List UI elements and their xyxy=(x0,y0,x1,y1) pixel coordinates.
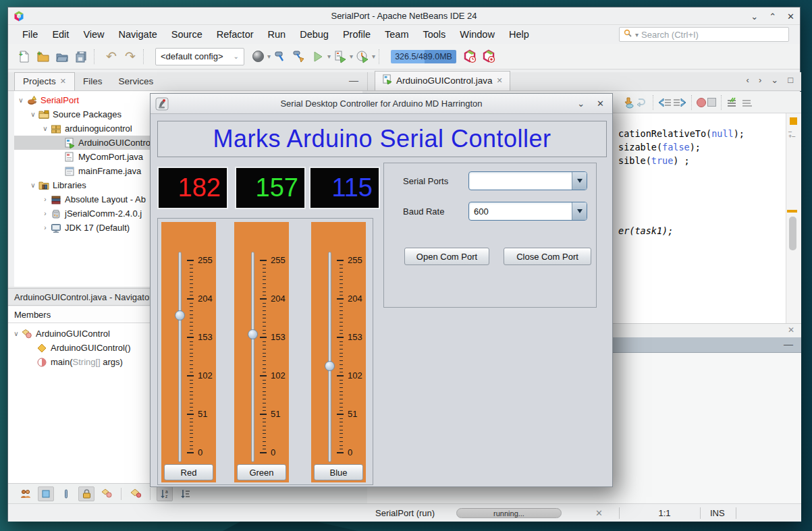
show-inherited-icon[interactable] xyxy=(18,486,34,501)
red-slider-thumb[interactable] xyxy=(175,310,185,320)
dropdown-button[interactable] xyxy=(572,202,587,220)
green-slider-thumb[interactable] xyxy=(248,329,258,339)
menu-edit[interactable]: Edit xyxy=(52,29,69,40)
debug-project-icon[interactable] xyxy=(331,47,350,66)
tab-services[interactable]: Services xyxy=(111,73,162,90)
open-project-icon[interactable] xyxy=(53,47,72,66)
menu-debug[interactable]: Debug xyxy=(300,29,329,40)
menu-tools[interactable]: Tools xyxy=(423,29,445,40)
dialog-shade-icon[interactable]: ⌄ xyxy=(577,99,585,109)
menu-navigate[interactable]: Navigate xyxy=(119,29,157,40)
show-typed-icon[interactable] xyxy=(58,486,74,501)
back-icon[interactable] xyxy=(636,93,648,112)
run-project-icon[interactable] xyxy=(308,47,327,66)
menu-profile[interactable]: Profile xyxy=(343,29,371,40)
search-input[interactable] xyxy=(641,30,769,40)
new-project-icon[interactable]: + xyxy=(34,47,53,66)
green-slider-panel: 255204153102510 Green xyxy=(234,222,289,482)
window-shade-icon[interactable]: ⌄ xyxy=(751,11,758,22)
maximize-editor-icon[interactable]: □ xyxy=(788,75,793,85)
set-configuration-icon[interactable] xyxy=(248,47,267,66)
close-icon[interactable]: ✕ xyxy=(497,76,503,85)
undo-icon[interactable]: ↶ xyxy=(102,47,121,66)
dropdown-button[interactable] xyxy=(572,172,587,190)
config-select[interactable]: <default config> ⌄ xyxy=(155,48,244,65)
tab-projects[interactable]: Projects✕ xyxy=(14,72,75,90)
redo-icon[interactable]: ↷ xyxy=(121,47,140,66)
error-stripe[interactable]: ‒+‒ xyxy=(786,113,801,323)
close-com-port-button[interactable]: Close Com Port xyxy=(504,248,591,265)
scroll-tabs-right-icon[interactable]: › xyxy=(759,75,761,85)
menu-file[interactable]: File xyxy=(22,29,38,40)
chevron-down-icon[interactable]: ∨ xyxy=(11,330,21,337)
dialog-close-icon[interactable]: ✕ xyxy=(597,99,604,109)
green-button[interactable]: Green xyxy=(237,464,286,480)
dialog-titlebar[interactable]: Serial Desktop Controller for Arduino MD… xyxy=(151,94,612,114)
chevron-down-icon[interactable]: ▾ xyxy=(372,53,375,60)
show-non-public-icon[interactable] xyxy=(78,486,94,501)
quick-search[interactable]: ▾ xyxy=(619,27,789,42)
tab-arduinoguicontrol[interactable]: ArduinoGUIControl.java ✕ xyxy=(375,71,510,90)
window-close-icon[interactable]: ✕ xyxy=(787,11,794,22)
profile-project-icon[interactable] xyxy=(353,47,372,66)
blue-slider-thumb[interactable] xyxy=(325,361,335,371)
chevron-down-icon[interactable]: ∨ xyxy=(28,111,38,118)
close-icon[interactable]: ✕ xyxy=(60,77,66,86)
chevron-right-icon[interactable]: › xyxy=(40,196,50,203)
shift-left-icon[interactable] xyxy=(658,93,672,112)
close-icon[interactable]: ✕ xyxy=(788,325,794,335)
minimize-output-icon[interactable]: — xyxy=(784,339,793,350)
svg-text:+: + xyxy=(19,51,23,58)
baud-rate-select[interactable]: 600 xyxy=(468,202,587,221)
editor-scrollbar[interactable] xyxy=(789,217,796,250)
chevron-right-icon[interactable]: › xyxy=(40,210,50,217)
serial-ports-select[interactable] xyxy=(468,171,587,190)
stop-macro-icon[interactable] xyxy=(707,93,716,112)
show-static-icon[interactable] xyxy=(99,486,115,501)
window-titlebar[interactable]: SerialPort - Apache NetBeans IDE 24 ⌄ ⌃ … xyxy=(8,7,800,25)
comment-icon[interactable] xyxy=(726,93,740,112)
serial-ports-label: Serial Ports xyxy=(403,176,448,186)
chevron-down-icon[interactable]: ∨ xyxy=(40,125,50,132)
chevron-right-icon[interactable]: › xyxy=(40,224,50,231)
show-position-icon[interactable] xyxy=(128,486,144,501)
caret-position: 1:1 xyxy=(639,508,690,518)
menu-help[interactable]: Help xyxy=(509,29,529,40)
menu-refactor[interactable]: Refactor xyxy=(217,29,254,40)
scroll-tabs-left-icon[interactable]: ‹ xyxy=(747,75,749,85)
tab-list-icon[interactable]: ⌄ xyxy=(771,75,778,85)
menu-view[interactable]: View xyxy=(83,29,104,40)
menu-source[interactable]: Source xyxy=(171,29,202,40)
profiler-stop-icon[interactable] xyxy=(479,47,498,66)
start-macro-icon[interactable] xyxy=(697,93,706,112)
show-fields-icon[interactable] xyxy=(38,486,54,501)
tab-files[interactable]: Files xyxy=(75,73,111,90)
memory-meter[interactable]: 326.5/489.0MB xyxy=(391,50,456,63)
open-com-port-button[interactable]: Open Com Port xyxy=(404,248,489,265)
chevron-down-icon[interactable]: ∨ xyxy=(28,181,38,189)
search-dropdown-icon[interactable]: ▾ xyxy=(635,31,639,38)
last-edit-icon[interactable] xyxy=(622,93,634,112)
menu-run[interactable]: Run xyxy=(268,29,286,40)
dialog-title: Serial Desktop Controller for Arduino MD… xyxy=(151,99,612,109)
menu-window[interactable]: Window xyxy=(460,29,495,40)
progress-bar[interactable]: running... xyxy=(456,508,562,518)
chevron-down-icon[interactable]: ∨ xyxy=(16,96,26,104)
new-file-icon[interactable]: + xyxy=(15,47,34,66)
error-stripe-mark[interactable] xyxy=(790,117,797,125)
build-project-icon[interactable] xyxy=(271,47,290,66)
blue-button[interactable]: Blue xyxy=(314,464,363,480)
minimize-panel-icon[interactable]: — xyxy=(349,75,358,86)
menu-team[interactable]: Team xyxy=(385,29,408,40)
uncomment-icon[interactable] xyxy=(741,93,755,112)
red-button[interactable]: Red xyxy=(164,464,213,480)
sort-alpha-icon[interactable]: az xyxy=(157,486,173,501)
clean-build-icon[interactable] xyxy=(290,47,308,66)
window-maximize-icon[interactable]: ⌃ xyxy=(769,11,776,22)
shift-right-icon[interactable] xyxy=(673,93,686,112)
cancel-progress-icon[interactable]: ✕ xyxy=(595,508,603,518)
profiler-clock-icon[interactable] xyxy=(460,47,479,66)
sort-source-icon[interactable] xyxy=(177,486,193,501)
save-all-icon[interactable] xyxy=(72,47,90,66)
warning-stripe-mark[interactable] xyxy=(787,210,797,213)
